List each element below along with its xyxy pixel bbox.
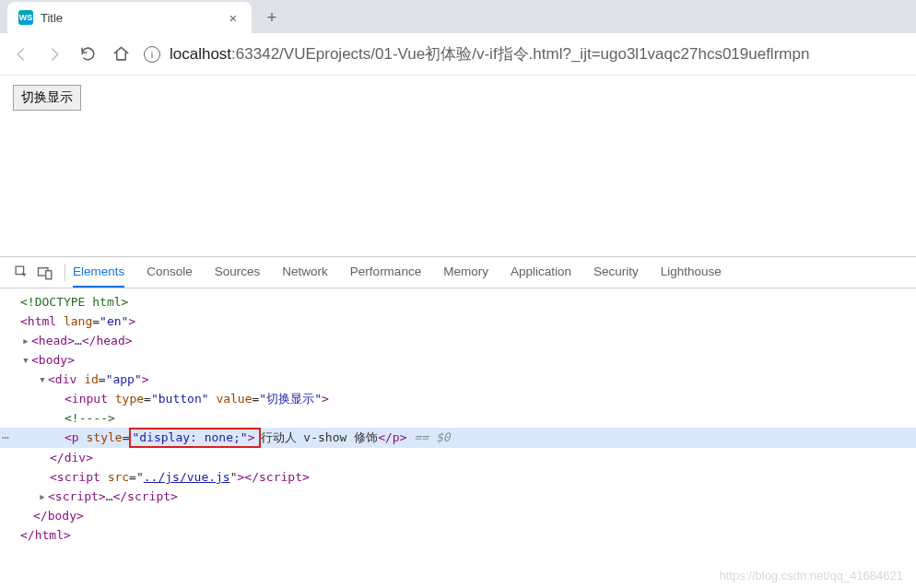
device-toolbar-icon[interactable] (33, 261, 57, 285)
dom-script-src[interactable]: <script src="../js/vue.js"></script> (0, 467, 916, 487)
dom-input[interactable]: <input type="button" value="切换显示"> (0, 389, 916, 408)
tab-application[interactable]: Application (511, 257, 571, 288)
tab-favicon: WS (18, 10, 33, 25)
dom-body-open[interactable]: ▾<body> (0, 350, 916, 370)
tab-network[interactable]: Network (282, 257, 328, 288)
back-button[interactable] (11, 44, 31, 65)
dom-html-open[interactable]: <html lang="en"> (0, 312, 916, 331)
tab-title: Title (41, 11, 218, 25)
browser-tab[interactable]: WS Title × (7, 2, 252, 33)
svg-rect-2 (46, 270, 52, 278)
elements-tree[interactable]: <!DOCTYPE html> <html lang="en"> ▸<head>… (0, 288, 916, 556)
tab-memory[interactable]: Memory (443, 257, 488, 288)
devtools-panel: Elements Console Sources Network Perform… (0, 256, 916, 556)
dom-div-close[interactable]: </div> (0, 448, 916, 467)
dom-p-selected[interactable]: ⋯ <p style="display: none;">行动人 v-show 修… (0, 428, 916, 448)
dom-head[interactable]: ▸<head>…</head> (0, 331, 916, 350)
inspect-element-icon[interactable] (9, 261, 33, 285)
close-icon[interactable]: × (226, 10, 241, 25)
browser-tabstrip: WS Title × + (0, 0, 916, 33)
page-viewport: 切换显示 (0, 76, 916, 256)
toggle-display-button[interactable]: 切换显示 (13, 85, 81, 111)
tab-performance[interactable]: Performance (350, 257, 421, 288)
reload-button[interactable] (77, 44, 98, 65)
dom-html-close[interactable]: </html> (0, 525, 916, 545)
forward-button[interactable] (44, 44, 65, 65)
separator (65, 265, 65, 281)
tab-console[interactable]: Console (147, 257, 193, 288)
dom-doctype[interactable]: <!DOCTYPE html> (0, 292, 916, 312)
ellipsis-icon[interactable]: ⋯ (2, 428, 9, 447)
watermark: https://blog.csdn.net/qq_41684621 (720, 569, 904, 582)
address-text: localhost:63342/VUEprojects/01-Vue初体验/v-… (170, 43, 809, 65)
dom-comment[interactable]: <!----> (0, 408, 916, 428)
devtools-header: Elements Console Sources Network Perform… (0, 257, 916, 288)
site-info-icon[interactable]: i (144, 46, 160, 63)
dom-script-inline[interactable]: ▸<script>…</script> (0, 487, 916, 506)
devtools-tabs: Elements Console Sources Network Perform… (73, 257, 722, 288)
dom-div-open[interactable]: ▾<div id="app"> (0, 370, 916, 389)
new-tab-button[interactable]: + (259, 5, 285, 30)
tab-security[interactable]: Security (593, 257, 639, 288)
browser-toolbar: i localhost:63342/VUEprojects/01-Vue初体验/… (0, 33, 916, 76)
dom-body-close[interactable]: </body> (0, 506, 916, 525)
tab-elements[interactable]: Elements (73, 257, 124, 288)
address-bar[interactable]: i localhost:63342/VUEprojects/01-Vue初体验/… (144, 43, 905, 65)
tab-sources[interactable]: Sources (215, 257, 261, 288)
tab-lighthouse[interactable]: Lighthouse (661, 257, 722, 288)
home-button[interactable] (111, 44, 131, 65)
